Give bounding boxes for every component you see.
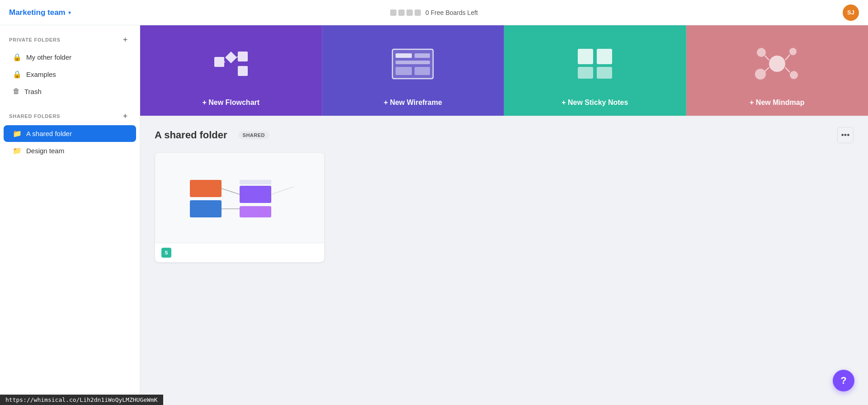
svg-rect-27 (240, 186, 271, 203)
flowchart-icon (211, 43, 251, 84)
svg-point-18 (789, 48, 797, 55)
svg-line-21 (765, 56, 769, 60)
svg-rect-8 (415, 53, 430, 58)
svg-point-17 (757, 48, 766, 57)
new-sticky-label: + New Sticky Notes (561, 99, 628, 107)
sidebar: PRIVATE FOLDERS + 🔒 My other folder 🔒 Ex… (0, 25, 140, 405)
folder-title-area: A shared folder SHARED (155, 129, 269, 141)
folder-icon-active: 📁 (13, 129, 22, 138)
boards-grid: S (155, 152, 854, 263)
svg-rect-9 (396, 61, 430, 64)
svg-marker-1 (225, 52, 237, 63)
private-folders-label: PRIVATE FOLDERS (9, 37, 61, 42)
dot-4 (415, 9, 421, 16)
new-mindmap-card[interactable]: + New Mindmap (686, 25, 868, 116)
sidebar-item-label: Trash (24, 88, 42, 95)
svg-rect-11 (415, 67, 430, 75)
folder-title: A shared folder (155, 129, 227, 141)
svg-line-24 (785, 67, 790, 72)
free-boards-dots (390, 9, 421, 16)
sidebar-item-label: Examples (26, 71, 56, 78)
svg-rect-15 (597, 67, 612, 79)
private-folders-section: PRIVATE FOLDERS + 🔒 My other folder 🔒 Ex… (0, 34, 140, 100)
app-header: Marketing team ▾ 0 Free Boards Left SJ (0, 0, 868, 25)
svg-rect-26 (190, 200, 222, 217)
svg-rect-32 (240, 180, 271, 184)
dot-2 (398, 9, 405, 16)
folder-header: A shared folder SHARED ••• (155, 127, 854, 143)
board-thumbnail (155, 153, 324, 243)
svg-rect-12 (578, 49, 593, 64)
svg-rect-2 (238, 52, 248, 61)
add-shared-folder-button[interactable]: + (120, 111, 131, 122)
svg-rect-3 (238, 66, 248, 76)
svg-point-20 (790, 71, 798, 79)
svg-point-19 (755, 69, 766, 80)
status-url: https://whimsical.co/Lih2dn1iWoQyLMZHUGe… (5, 396, 158, 403)
sidebar-item-a-shared-folder[interactable]: 📁 A shared folder (4, 125, 136, 142)
new-boards-row: + New Flowchart + New Wireframe (140, 25, 868, 116)
new-wireframe-label: + New Wireframe (384, 99, 442, 107)
folder-section: A shared folder SHARED ••• (140, 116, 868, 273)
private-folders-header: PRIVATE FOLDERS + (0, 34, 140, 45)
folder-icon: 📁 (13, 146, 22, 155)
sidebar-item-label: Design team (26, 147, 64, 155)
sidebar-item-label: My other folder (26, 53, 71, 61)
lock-icon-2: 🔒 (13, 70, 22, 79)
svg-rect-10 (396, 67, 412, 75)
status-bar: https://whimsical.co/Lih2dn1iWoQyLMZHUGe… (0, 395, 163, 405)
shared-badge: SHARED (238, 131, 269, 139)
sidebar-item-label: A shared folder (26, 130, 72, 137)
sticky-notes-icon (577, 48, 613, 80)
svg-line-23 (765, 67, 769, 71)
avatar[interactable]: SJ (843, 5, 859, 21)
main-content: + New Flowchart + New Wireframe (140, 25, 868, 405)
svg-rect-25 (190, 180, 222, 197)
chevron-down-icon: ▾ (68, 9, 71, 16)
add-private-folder-button[interactable]: + (120, 34, 131, 45)
svg-point-16 (769, 56, 785, 72)
free-boards-text: 0 Free Boards Left (425, 9, 478, 16)
free-boards-info: 0 Free Boards Left (390, 9, 478, 16)
board-footer: S (155, 243, 324, 262)
sidebar-item-my-other-folder[interactable]: 🔒 My other folder (4, 49, 136, 66)
svg-line-22 (785, 55, 790, 60)
board-user-badge: S (161, 248, 171, 258)
sidebar-item-examples[interactable]: 🔒 Examples (4, 66, 136, 83)
header-left: Marketing team ▾ (9, 8, 71, 17)
new-wireframe-card[interactable]: + New Wireframe (322, 25, 505, 116)
board-card[interactable]: S (155, 152, 325, 263)
svg-rect-14 (578, 67, 593, 79)
new-sticky-card[interactable]: + New Sticky Notes (504, 25, 686, 116)
svg-line-29 (222, 188, 240, 194)
svg-rect-0 (214, 57, 224, 67)
shared-folders-header: SHARED FOLDERS + (0, 111, 140, 122)
lock-icon: 🔒 (13, 53, 22, 61)
new-flowchart-card[interactable]: + New Flowchart (140, 25, 322, 116)
wireframe-icon (390, 47, 435, 81)
sidebar-item-design-team[interactable]: 📁 Design team (4, 142, 136, 159)
shared-folders-section: SHARED FOLDERS + 📁 A shared folder 📁 Des… (0, 111, 140, 160)
dot-3 (406, 9, 413, 16)
shared-folders-label: SHARED FOLDERS (9, 113, 60, 119)
trash-icon: 🗑 (13, 87, 20, 95)
mindmap-icon (752, 43, 802, 84)
sidebar-item-trash[interactable]: 🗑 Trash (4, 83, 136, 99)
new-mindmap-label: + New Mindmap (750, 99, 804, 107)
help-button[interactable]: ? (833, 370, 854, 391)
svg-rect-28 (240, 206, 271, 217)
dot-1 (390, 9, 396, 16)
more-options-button[interactable]: ••• (837, 127, 854, 143)
main-layout: PRIVATE FOLDERS + 🔒 My other folder 🔒 Ex… (0, 25, 868, 405)
team-name[interactable]: Marketing team (9, 8, 66, 17)
new-flowchart-label: + New Flowchart (202, 99, 259, 107)
board-preview (163, 155, 316, 241)
svg-line-5 (237, 57, 238, 57)
svg-rect-13 (597, 49, 612, 64)
svg-line-31 (271, 187, 294, 194)
svg-rect-7 (396, 53, 412, 58)
